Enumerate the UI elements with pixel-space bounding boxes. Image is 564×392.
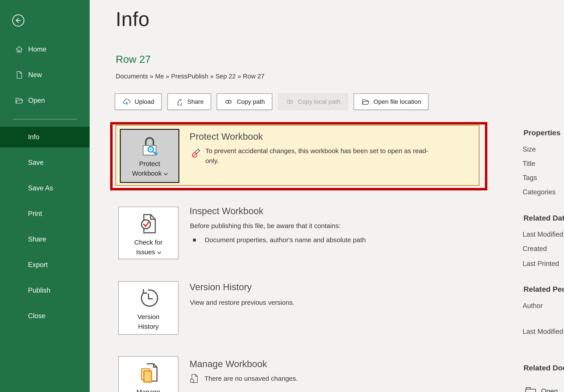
sidebar-item-save-as[interactable]: Save As — [0, 178, 90, 198]
property-label-title: Title — [523, 160, 535, 168]
people-label-author: Author — [523, 302, 543, 310]
sidebar-top-nav: Home New Open — [0, 40, 90, 116]
protect-workbook-description: To prevent accidental changes, this work… — [190, 146, 428, 166]
sidebar-item-label: Publish — [28, 286, 50, 294]
related-dates-heading: Related Dates — [523, 214, 564, 222]
sidebar-item-label: Print — [28, 210, 42, 218]
share-button[interactable]: Share — [167, 93, 211, 110]
manage-workbook-status: There are no unsaved changes. — [189, 373, 298, 384]
sidebar-item-label: Save — [28, 159, 44, 167]
sidebar-item-close[interactable]: Close — [0, 306, 90, 326]
version-history-description: View and restore previous versions. — [190, 299, 295, 306]
button-label-line1: Manage — [136, 387, 160, 392]
sidebar-item-label: New — [28, 71, 42, 79]
protect-workbook-button[interactable]: Protect Workbook — [120, 129, 179, 183]
unsaved-changes-icon — [189, 373, 200, 384]
people-label-last-modified-by: Last Modified By — [523, 328, 564, 336]
copy-path-button-label: Copy path — [237, 98, 265, 105]
link-icon — [224, 98, 233, 106]
sidebar-divider — [13, 119, 77, 119]
sidebar-item-publish[interactable]: Publish — [0, 280, 90, 301]
description-line: To prevent accidental changes, this work… — [205, 146, 428, 156]
sidebar-item-label: Share — [28, 235, 46, 243]
sidebar-item-home[interactable]: Home — [0, 40, 90, 59]
open-file-location-button-label: Open file location — [373, 98, 421, 105]
open-link-label: Open — [541, 387, 558, 392]
property-label-tags: Tags — [523, 174, 537, 182]
page-title: Info — [116, 8, 150, 31]
manage-documents-icon — [138, 363, 160, 384]
button-label-line1: Version — [137, 312, 159, 322]
sidebar-item-label: Export — [28, 261, 48, 269]
share-button-label: Share — [187, 98, 204, 105]
back-button[interactable] — [12, 14, 25, 27]
folder-icon — [523, 383, 537, 392]
description-line: only. — [205, 156, 428, 166]
copy-local-path-button-label: Copy local path — [298, 98, 340, 105]
document-title: Row 27 — [116, 53, 151, 65]
sidebar-item-info[interactable]: Info — [0, 127, 90, 147]
related-people-heading: Related People — [523, 285, 564, 294]
sidebar-main-nav: Info Save Save As Print Share Export Pub… — [0, 127, 90, 331]
sidebar-item-label: Save As — [28, 184, 53, 192]
status-text: There are no unsaved changes. — [205, 375, 298, 382]
chevron-down-icon — [157, 250, 161, 254]
upload-button-label: Upload — [135, 98, 154, 105]
button-label-line1: Protect — [139, 159, 160, 168]
upload-button[interactable]: Upload — [115, 93, 162, 110]
manage-workbook-button[interactable]: Manage — [118, 356, 179, 392]
open-folder-icon — [361, 98, 370, 106]
copy-path-button[interactable]: Copy path — [217, 93, 272, 110]
pencil-blocked-icon — [190, 146, 201, 158]
sidebar-item-print[interactable]: Print — [0, 203, 90, 224]
check-issues-icon — [138, 213, 160, 235]
related-documents-heading: Related Documents — [523, 364, 564, 372]
check-for-issues-button[interactable]: Check for Issues — [118, 207, 179, 259]
open-file-location-button[interactable]: Open file location — [354, 93, 428, 110]
manage-workbook-heading: Manage Workbook — [190, 359, 267, 369]
inspect-workbook-intro: Before publishing this file, be aware th… — [190, 222, 341, 230]
upload-cloud-icon — [122, 98, 131, 106]
date-label-created: Created — [523, 245, 547, 253]
backstage-sidebar: Home New Open Info Save — [0, 0, 90, 392]
share-icon — [175, 98, 184, 106]
inspect-workbook-heading: Inspect Workbook — [190, 206, 263, 216]
version-history-button[interactable]: Version History — [118, 281, 179, 335]
sidebar-item-new[interactable]: New — [0, 65, 90, 84]
button-label-line1: Check for — [134, 238, 162, 247]
property-label-categories: Categories — [523, 188, 556, 196]
properties-heading: Properties — [523, 128, 561, 137]
property-label-size: Size — [523, 145, 536, 153]
date-label-last-modified: Last Modified — [523, 230, 563, 238]
history-clock-icon — [138, 287, 160, 309]
square-bullet — [193, 239, 196, 241]
link-icon — [286, 98, 294, 106]
sidebar-item-label: Home — [28, 45, 46, 53]
sidebar-item-label: Open — [28, 97, 45, 104]
open-folder-icon — [14, 96, 24, 105]
breadcrumb: Documents » Me » PressPublish » Sep 22 »… — [116, 73, 264, 80]
open-file-location-link[interactable]: Open — [523, 383, 558, 392]
back-icon — [12, 14, 25, 27]
button-label-line2: Workbook — [132, 168, 167, 178]
document-toolbar: Upload Share Copy path — [115, 93, 428, 110]
protect-workbook-heading: Protect Workbook — [190, 131, 263, 142]
copy-local-path-button: Copy local path — [278, 93, 348, 110]
date-label-last-printed: Last Printed — [523, 260, 559, 268]
sidebar-item-label: Info — [28, 133, 40, 141]
sidebar-item-label: Close — [28, 312, 45, 320]
new-document-icon — [14, 70, 24, 80]
button-label-line2: History — [138, 322, 159, 331]
bullet-text: Document properties, author's name and a… — [205, 236, 366, 244]
sidebar-item-export[interactable]: Export — [0, 254, 90, 275]
version-history-heading: Version History — [190, 282, 252, 292]
sidebar-item-save[interactable]: Save — [0, 152, 90, 173]
inspect-bullet-item: Document properties, author's name and a… — [193, 236, 366, 244]
sidebar-item-share[interactable]: Share — [0, 229, 90, 250]
home-icon — [14, 45, 24, 54]
button-label-line2: Issues — [136, 247, 161, 257]
lock-key-icon — [138, 133, 161, 156]
chevron-down-icon — [164, 171, 168, 175]
sidebar-item-open[interactable]: Open — [0, 91, 90, 110]
